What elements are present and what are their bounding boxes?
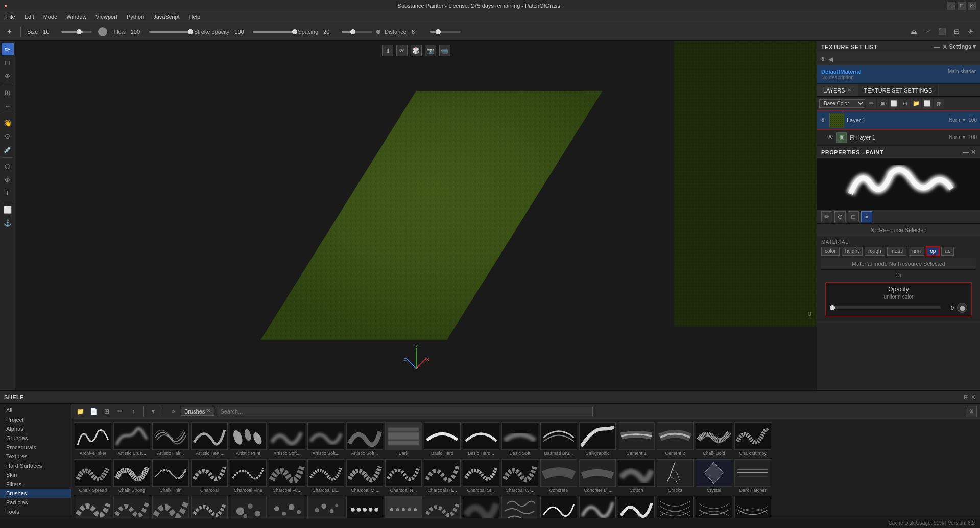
brush-basmati[interactable]: Basmati Bru...: [540, 422, 577, 456]
brush-basic-hard[interactable]: Basic Hard: [424, 422, 461, 456]
brush-charcoal-ra[interactable]: Charcoal Ra...: [424, 459, 461, 493]
brush-chalk-strong[interactable]: Chalk Strong: [113, 459, 150, 493]
texture-set-item[interactable]: Main shader DefaultMaterial No descripti…: [817, 65, 980, 84]
shelf-cat-brushes[interactable]: Brushes: [0, 489, 71, 498]
brush-artistic-hair[interactable]: Artistic Hair...: [152, 422, 189, 456]
brush-basic-hard-2[interactable]: Basic Hard...: [463, 422, 499, 456]
layer-item-1[interactable]: 👁 Layer 1 Norm ▾ 100: [817, 111, 980, 129]
brush-chalk-thin[interactable]: Chalk Thin: [152, 459, 189, 493]
size-slider[interactable]: [61, 31, 92, 33]
brush-bark[interactable]: Bark: [385, 422, 422, 456]
fill-layer-item-1[interactable]: 👁 ▣ Fill layer 1 Norm ▾ 100: [817, 129, 980, 146]
brush-charcoal-n[interactable]: Charcoal N...: [385, 459, 422, 493]
shelf-edit-btn[interactable]: ✏: [114, 406, 126, 417]
brush-crystal[interactable]: Crystal: [696, 459, 732, 493]
brush-fibers-dense[interactable]: Fibers Dense: [657, 496, 694, 518]
eye-icon[interactable]: 👁: [820, 56, 826, 63]
brush-dirt-brushed[interactable]: Dirt Brushed: [191, 496, 228, 518]
menu-python[interactable]: Python: [123, 13, 148, 21]
viewport-camera-btn[interactable]: 👁: [396, 45, 408, 56]
channel-rough[interactable]: rough: [865, 247, 885, 256]
menu-help[interactable]: Help: [185, 13, 205, 21]
shelf-view-btn[interactable]: ⊞: [966, 406, 977, 417]
viewport-screenshot-btn[interactable]: 📷: [425, 45, 436, 56]
brush-artistic-soft-2[interactable]: Artistic Soft...: [307, 422, 344, 456]
anchor-tool[interactable]: ⚓: [2, 217, 14, 229]
channel-nrm[interactable]: nrm: [909, 247, 924, 256]
material-mode-btn[interactable]: ⊙: [834, 211, 846, 222]
tab-layers-close[interactable]: ✕: [847, 87, 851, 93]
brush-artistic-soft-1[interactable]: Artistic Soft...: [269, 422, 305, 456]
mountain-icon[interactable]: ⛰: [909, 27, 919, 37]
transform-tool[interactable]: ↔: [2, 100, 14, 112]
add-folder-btn[interactable]: 📁: [911, 99, 921, 109]
brush-dots-erased[interactable]: Dots Erased: [385, 496, 422, 518]
selection-tool[interactable]: ⊞: [2, 86, 14, 99]
backward-icon[interactable]: ◀: [828, 56, 833, 63]
viewport-record-btn[interactable]: 📹: [439, 45, 450, 56]
pause-button[interactable]: ⏸: [382, 45, 393, 56]
spacing-slider[interactable]: [342, 31, 372, 33]
shelf-filter-btn[interactable]: ▼: [148, 406, 159, 417]
fill-layer-1-blend[interactable]: Norm ▾: [949, 134, 965, 140]
shelf-cat-project[interactable]: Project: [0, 415, 71, 424]
brush-fibers-feather[interactable]: Fibers Feather: [696, 496, 732, 518]
shelf-cat-hard-surfaces[interactable]: Hard Surfaces: [0, 461, 71, 470]
shelf-cat-alphas[interactable]: Alphas: [0, 424, 71, 433]
eyedropper-tool[interactable]: 💉: [2, 143, 14, 155]
brush-charcoal[interactable]: Charcoal: [191, 459, 228, 493]
brush-artistic-hea[interactable]: Artistic Hea...: [191, 422, 228, 456]
brush-charcoal-wi[interactable]: Charcoal Wi...: [501, 459, 538, 493]
shelf-cat-textures[interactable]: Textures: [0, 452, 71, 461]
brush-chalk-spread[interactable]: Chalk Spread: [75, 459, 111, 493]
properties-collapse-icon[interactable]: —: [963, 149, 969, 156]
brush-shape-icon[interactable]: [98, 27, 107, 36]
brush-dust[interactable]: Dust: [463, 496, 499, 518]
shelf-new-btn[interactable]: 📄: [88, 406, 99, 417]
add-mask-btn[interactable]: ⬜: [889, 99, 899, 109]
paint-tool[interactable]: ✏: [2, 43, 14, 55]
brush-fibers-interl[interactable]: Fibers Interl...: [734, 496, 771, 518]
color-mode-btn[interactable]: ●: [861, 211, 872, 222]
smudge-tool[interactable]: 👋: [2, 117, 14, 129]
viewport-2d[interactable]: Material U: [674, 41, 817, 327]
brush-artistic-brush[interactable]: Artistic Brus...: [113, 422, 150, 456]
shelf-close-icon[interactable]: ✕: [971, 394, 976, 401]
close-panel-icon[interactable]: ✕: [942, 43, 947, 51]
shelf-cat-filters[interactable]: Filters: [0, 479, 71, 489]
brush-dirt-3[interactable]: Dirt 3: [152, 496, 189, 518]
brush-artistic-print[interactable]: Artistic Print: [230, 422, 267, 456]
delete-layer-btn[interactable]: 🗑: [934, 99, 944, 109]
brush-dry-mud[interactable]: Dry Mud: [424, 496, 461, 518]
flow-slider[interactable]: [149, 31, 190, 33]
minimize-button[interactable]: —: [947, 2, 955, 10]
brush-elephant-skin[interactable]: Elephant Skin: [501, 496, 538, 518]
properties-close-icon[interactable]: ✕: [971, 149, 976, 156]
menu-javascript[interactable]: JavaScript: [149, 13, 183, 21]
opacity-lock-icon[interactable]: ⬤: [957, 303, 967, 313]
shelf-circle-btn[interactable]: ○: [168, 406, 179, 417]
geometry-tool[interactable]: ⬡: [2, 160, 14, 172]
brush-dirt-splash[interactable]: Dirt Splash: [230, 496, 267, 518]
brush-felt-tip-small[interactable]: Felt Tip Small: [540, 496, 577, 518]
sun-icon[interactable]: ☀: [966, 27, 976, 37]
settings-label[interactable]: Settings ▾: [949, 43, 976, 51]
brush-felt-tip-wat[interactable]: Felt Tip Wat...: [579, 496, 616, 518]
opacity-slider[interactable]: [830, 306, 941, 309]
brush-chalk-bold[interactable]: Chalk Bold: [696, 422, 732, 456]
shelf-import-btn[interactable]: ↑: [128, 406, 139, 417]
brush-cement-2[interactable]: Cement 2: [657, 422, 694, 456]
menu-viewport[interactable]: Viewport: [91, 13, 122, 21]
shelf-grid-btn[interactable]: ⊞: [101, 406, 112, 417]
add-fill-layer-btn[interactable]: ⊕: [877, 99, 888, 109]
distance-slider[interactable]: [430, 31, 461, 33]
brush-dark-hatcher[interactable]: Dark Hatcher: [734, 459, 771, 493]
tab-texture-set-settings[interactable]: TEXTURE SET SETTINGS: [858, 84, 939, 96]
brush-charcoal-fu[interactable]: Charcoal Fu...: [269, 459, 305, 493]
channel-metal[interactable]: metal: [887, 247, 906, 256]
shelf-cat-skin[interactable]: Skin: [0, 470, 71, 479]
brush-charcoal-li[interactable]: Charcoal Li...: [307, 459, 344, 493]
add-paint-layer-btn[interactable]: ✏: [866, 99, 876, 109]
add-filter-btn[interactable]: ⊛: [900, 99, 910, 109]
menu-mode[interactable]: Mode: [39, 13, 62, 21]
